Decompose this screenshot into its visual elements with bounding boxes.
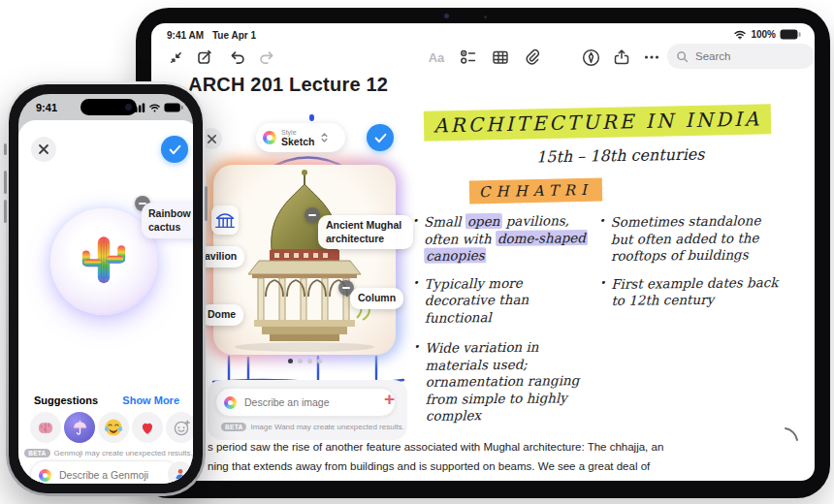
ipad-screen: 9:41 AM Tue Apr 1 100%	[151, 23, 815, 481]
search-field[interactable]	[667, 44, 815, 69]
suggestion-emoji-row	[30, 412, 193, 443]
notes-column-left: Small open pavilions, often with dome-sh…	[412, 212, 591, 435]
share-icon[interactable]	[611, 47, 632, 68]
heart-emoji[interactable]	[132, 412, 163, 443]
power-button	[205, 186, 208, 221]
handwritten-heading: ARCHITECTURE IN INDIA	[424, 107, 772, 137]
undo-icon[interactable]	[227, 47, 248, 68]
wifi-icon	[148, 103, 161, 112]
status-date: Tue Apr 1	[212, 30, 256, 41]
search-input[interactable]	[693, 49, 815, 63]
heading-highlight: ARCHITECTURE IN INDIA	[424, 104, 772, 141]
disclaimer-text: Image Wand may create unexpected results…	[250, 423, 403, 431]
status-time: 9:41	[36, 102, 57, 113]
iphone-screen: 9:41	[18, 94, 193, 484]
beta-badge: BETA	[221, 423, 246, 431]
section-highlight: CHHATRI	[469, 178, 602, 205]
style-value: Sketch	[281, 137, 314, 147]
handwritten-subheading: 15th – 18th centuries	[536, 144, 705, 166]
genmoji-close-button[interactable]	[31, 137, 56, 162]
original-sketch-thumbnail[interactable]	[211, 205, 239, 235]
brain-emoji[interactable]	[30, 412, 61, 443]
new-emoji-icon[interactable]	[166, 412, 193, 443]
iphone-device: 9:41	[6, 81, 206, 496]
chevron-up-down-icon	[319, 131, 330, 144]
note-paragraph: s period saw the rise of another feature…	[208, 437, 801, 476]
scroll-indicator[interactable]	[782, 425, 801, 444]
battery-icon	[780, 29, 801, 40]
wifi-icon	[733, 29, 747, 40]
note-bullet: Small open pavilions, often with dome-sh…	[424, 212, 590, 265]
iphone-bezel: 9:41	[9, 84, 203, 493]
ipad-status-right: 100%	[733, 29, 801, 40]
iphone-status-icons	[131, 103, 183, 112]
disclaimer-text: Genmoji may create unexpected results.	[54, 449, 193, 457]
table-icon[interactable]	[490, 47, 511, 68]
collapse-toolbar-icon[interactable]	[165, 47, 186, 68]
laughing-crying-emoji[interactable]	[98, 412, 129, 443]
paragraph-line: ning that extends away from buildings an…	[208, 457, 801, 476]
variant-page-dots[interactable]	[288, 359, 322, 363]
dynamic-island	[80, 99, 137, 115]
notes-column-right: Sometimes standalone but often added to …	[598, 212, 786, 321]
note-bullet: Sometimes standalone but often added to …	[610, 212, 786, 265]
cellular-signal-icon	[131, 103, 145, 112]
attachment-paperclip-icon[interactable]	[521, 47, 542, 68]
note-bullet: Typically more decorative than functiona…	[424, 274, 590, 327]
ipad-status-bar: 9:41 AM Tue Apr 1	[167, 30, 256, 41]
suggestions-title: Suggestions	[34, 394, 98, 406]
paragraph-line: s period saw the rise of another feature…	[208, 437, 801, 457]
intelligence-swirl-icon	[224, 396, 237, 409]
intelligence-swirl-icon	[39, 469, 51, 482]
redo-icon[interactable]	[256, 47, 277, 68]
volume-up-button	[4, 171, 7, 194]
battery-percent: 100%	[751, 29, 776, 40]
more-ellipsis-icon[interactable]	[641, 47, 662, 68]
intelligence-swirl-icon	[263, 131, 276, 144]
person-avatar-button[interactable]	[168, 461, 193, 484]
add-image-button[interactable]: +	[384, 390, 395, 408]
genmoji-disclaimer: BETA Genmoji may create unexpected resul…	[18, 449, 193, 457]
search-icon	[676, 50, 689, 63]
umbrella-genmoji[interactable]	[64, 412, 95, 443]
ipad-device: 9:41 AM Tue Apr 1 100%	[136, 8, 830, 498]
remove-tag-button[interactable]	[305, 207, 320, 223]
describe-genmoji-field[interactable]	[30, 460, 179, 484]
compose-icon[interactable]	[194, 47, 215, 68]
style-label: Style	[281, 129, 314, 136]
handwritten-section-title: CHHATRI	[469, 181, 602, 202]
action-button	[4, 143, 7, 155]
front-camera	[444, 14, 449, 18]
show-more-link[interactable]: Show More	[122, 394, 179, 406]
note-bullet: Wide variation in materials used; orname…	[425, 338, 591, 425]
image-wand-accept-button[interactable]	[367, 124, 394, 151]
checklist-icon[interactable]	[458, 47, 479, 68]
volume-down-button	[4, 200, 7, 223]
note-title: ARCH 201 Lecture 12	[188, 74, 388, 96]
ink-drop	[309, 114, 314, 121]
status-time: 9:41 AM	[167, 30, 204, 41]
markup-pencil-icon[interactable]	[580, 47, 601, 68]
tag-ancient-mughal[interactable]: Ancient Mughal architecture	[318, 215, 413, 249]
describe-genmoji-input[interactable]	[57, 468, 171, 482]
image-wand-disclaimer: BETA Image Wand may create unexpected re…	[221, 423, 404, 431]
style-selector[interactable]: Style Sketch	[256, 123, 345, 152]
format-label: Aa	[429, 50, 445, 65]
rainbow-cactus-emoji	[78, 232, 130, 292]
battery-icon	[164, 103, 183, 112]
tag-rainbow-cactus[interactable]: Rainbow cactus	[142, 203, 193, 238]
describe-image-field[interactable]	[215, 388, 396, 417]
describe-image-input[interactable]	[242, 395, 387, 409]
beta-badge: BETA	[24, 449, 49, 457]
tag-dome[interactable]: Dome	[200, 304, 243, 326]
note-bullet: First example dates back to 12th century	[611, 273, 786, 309]
genmoji-accept-button[interactable]	[161, 136, 188, 163]
tag-column[interactable]: Column	[350, 288, 403, 309]
text-format-icon[interactable]: Aa	[426, 47, 447, 68]
